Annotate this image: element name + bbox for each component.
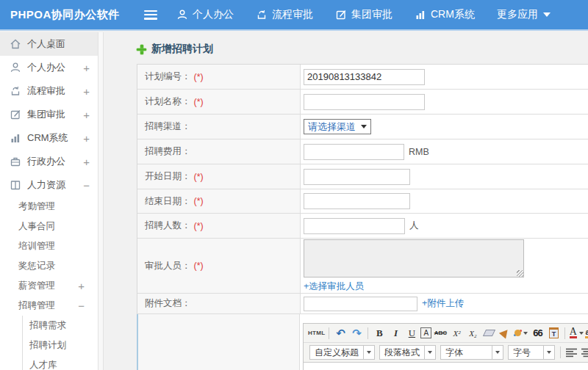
html-source-button[interactable]: HTML bbox=[308, 326, 325, 341]
topnav-label: 流程审批 bbox=[272, 8, 313, 21]
form-row-fee: 招聘费用： RMB bbox=[137, 139, 588, 164]
subscript-button[interactable]: X₂ bbox=[465, 326, 480, 341]
hr-submenu: 考勤管理 人事合同 培训管理 奖惩记录 薪资管理+ 招聘管理− bbox=[0, 197, 98, 316]
collapse-icon[interactable]: − bbox=[78, 300, 85, 312]
caret-down-icon bbox=[495, 351, 500, 354]
expand-icon[interactable]: + bbox=[83, 85, 90, 98]
caret-down-icon bbox=[361, 125, 367, 128]
paste-text-icon[interactable]: T bbox=[546, 326, 561, 341]
font-color-button[interactable]: A bbox=[569, 326, 584, 341]
channel-select[interactable]: 请选择渠道 bbox=[304, 119, 371, 134]
font-size-select[interactable]: 字号 bbox=[508, 345, 555, 360]
sidebar-item-personal-office[interactable]: 个人办公 + bbox=[0, 56, 98, 79]
paragraph-format-select[interactable]: 段落格式 bbox=[379, 345, 436, 360]
sidebar-item-training[interactable]: 培训管理 bbox=[0, 236, 98, 256]
topnav-group-approval[interactable]: 集团审批 bbox=[335, 8, 392, 21]
chart-icon bbox=[10, 132, 21, 144]
editor-toolbar-row2: 自定义标题 段落格式 字体 字号 bbox=[304, 343, 588, 362]
user-icon bbox=[176, 9, 188, 21]
flow-icon bbox=[10, 85, 21, 97]
plan-name-input[interactable] bbox=[304, 94, 425, 110]
sidebar-item-recruit-demand[interactable]: 招聘需求 bbox=[23, 316, 98, 335]
collapse-icon[interactable]: − bbox=[83, 179, 90, 192]
attachment-upload-link[interactable]: +附件上传 bbox=[422, 297, 464, 310]
highlight-color-button[interactable]: ab bbox=[585, 326, 588, 341]
form-row-approver: 审批人员：(*) +选择审批人员 bbox=[137, 239, 588, 294]
redo-icon[interactable]: ↷ bbox=[349, 326, 364, 341]
sidebar-item-label: 流程审批 bbox=[27, 84, 65, 98]
topnav-personal-office[interactable]: 个人办公 bbox=[176, 8, 234, 21]
start-date-input[interactable] bbox=[304, 169, 410, 185]
briefcase-icon bbox=[10, 156, 21, 167]
caret-down-icon bbox=[367, 351, 371, 354]
underline-button[interactable]: U bbox=[404, 326, 419, 341]
autotypeset-button[interactable]: A bbox=[420, 327, 431, 338]
sidebar-item-label: 奖惩记录 bbox=[18, 260, 55, 272]
sidebar-item-recruitment[interactable]: 招聘管理− bbox=[0, 296, 98, 316]
sidebar: 个人桌面 个人办公 + 流程审批 + 集团审批 + CRM系统 + 行政办公 +… bbox=[0, 32, 98, 370]
sidebar-item-hr[interactable]: 人力资源 − bbox=[0, 173, 98, 197]
expand-icon[interactable]: + bbox=[83, 132, 90, 145]
sidebar-item-group-approval[interactable]: 集团审批 + bbox=[0, 103, 98, 126]
fee-input[interactable] bbox=[304, 144, 404, 160]
eraser-icon[interactable] bbox=[481, 326, 496, 341]
form-row-attachment: 附件文档： +附件上传 bbox=[137, 294, 588, 314]
spray-color-icon[interactable] bbox=[514, 326, 528, 341]
recruitment-submenu: 招聘需求 招聘计划 人才库 bbox=[22, 316, 98, 370]
end-date-input[interactable] bbox=[304, 193, 410, 209]
superscript-button[interactable]: X² bbox=[449, 326, 464, 341]
field-label: 招聘费用： bbox=[137, 139, 301, 164]
sidebar-item-label: 招聘计划 bbox=[29, 339, 66, 352]
book-icon bbox=[10, 179, 21, 191]
sidebar-item-recruit-plan[interactable]: 招聘计划 bbox=[23, 335, 98, 355]
sidebar-item-label: 个人桌面 bbox=[27, 37, 65, 51]
sidebar-item-hr-contract[interactable]: 人事合同 bbox=[0, 217, 98, 236]
topnav-more-apps[interactable]: 更多应用 bbox=[497, 8, 551, 21]
field-label bbox=[137, 314, 300, 370]
sidebar-item-label: 个人办公 bbox=[27, 61, 65, 74]
sidebar-item-talent-pool[interactable]: 人才库 bbox=[23, 355, 98, 370]
expand-icon[interactable]: + bbox=[83, 62, 90, 74]
flow-icon bbox=[256, 9, 268, 21]
approver-textarea[interactable] bbox=[304, 239, 524, 278]
attachment-input[interactable] bbox=[304, 297, 417, 311]
topnav-crm[interactable]: CRM系统 bbox=[415, 8, 475, 21]
sidebar-item-admin-office[interactable]: 行政办公 + bbox=[0, 150, 98, 173]
field-label: 开始日期：(*) bbox=[137, 164, 301, 189]
expand-icon[interactable]: + bbox=[83, 156, 90, 168]
main-content: 新增招聘计划 计划编号：(*) 计划名称：(*) 招聘渠道： 请选择渠道 招聘费… bbox=[104, 32, 588, 370]
bold-button[interactable]: B bbox=[372, 326, 387, 341]
editor-content-area[interactable] bbox=[304, 362, 588, 370]
home-icon bbox=[10, 38, 21, 50]
strikethrough-button[interactable]: ABC bbox=[433, 326, 448, 341]
sidebar-item-salary[interactable]: 薪资管理+ bbox=[0, 276, 98, 296]
sidebar-item-attendance[interactable]: 考勤管理 bbox=[0, 197, 98, 217]
align-center-icon[interactable] bbox=[581, 348, 588, 358]
topnav-label: 集团审批 bbox=[351, 8, 392, 21]
align-left-icon[interactable] bbox=[566, 348, 577, 358]
expand-icon[interactable]: + bbox=[78, 280, 85, 292]
field-label: 计划编号：(*) bbox=[137, 65, 301, 89]
field-label: 招聘渠道： bbox=[137, 115, 301, 139]
menu-toggle-icon[interactable] bbox=[144, 10, 157, 20]
headcount-input[interactable] bbox=[304, 218, 405, 234]
sidebar-item-rewards[interactable]: 奖惩记录 bbox=[0, 256, 98, 276]
select-approver-link[interactable]: +选择审批人员 bbox=[304, 280, 524, 293]
custom-title-select[interactable]: 自定义标题 bbox=[309, 345, 375, 360]
undo-icon[interactable]: ↶ bbox=[333, 326, 348, 341]
sidebar-item-personal-desktop[interactable]: 个人桌面 bbox=[0, 32, 98, 56]
italic-button[interactable]: I bbox=[388, 326, 403, 341]
required-marker: (*) bbox=[194, 196, 204, 206]
page-title-text: 新增招聘计划 bbox=[151, 43, 213, 56]
sidebar-scrollbar[interactable] bbox=[98, 32, 104, 370]
field-label: 结束日期：(*) bbox=[137, 189, 301, 213]
blockquote-button[interactable]: 66 bbox=[530, 326, 545, 341]
topnav-workflow-approval[interactable]: 流程审批 bbox=[256, 8, 313, 21]
sidebar-item-crm[interactable]: CRM系统 + bbox=[0, 126, 98, 150]
format-brush-icon[interactable] bbox=[498, 326, 512, 341]
font-family-select[interactable]: 字体 bbox=[440, 345, 503, 360]
sidebar-item-label: 人才库 bbox=[29, 359, 57, 370]
plan-no-input[interactable] bbox=[304, 69, 425, 85]
expand-icon[interactable]: + bbox=[83, 109, 90, 121]
sidebar-item-workflow-approval[interactable]: 流程审批 + bbox=[0, 79, 98, 103]
